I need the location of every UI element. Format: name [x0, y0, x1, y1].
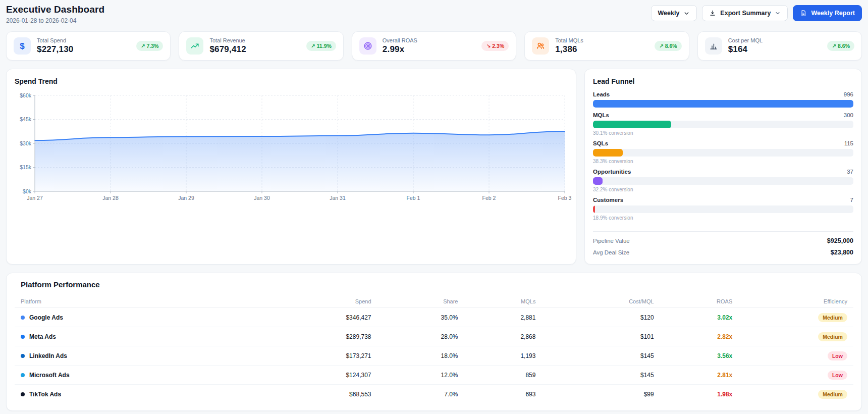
efficiency-badge: Medium [818, 390, 847, 399]
dollar-icon: $ [14, 37, 31, 55]
funnel-bar-track [593, 177, 853, 185]
kpi-value: $164 [728, 44, 763, 55]
funnel-bar-track [593, 149, 853, 157]
weekly-report-label: Weekly Report [811, 10, 855, 17]
svg-text:Feb 3: Feb 3 [558, 195, 572, 201]
target-icon [359, 37, 376, 55]
funnel-stage: MQLs 300 30.1% conversion [593, 112, 853, 136]
page-header: Executive Dashboard 2026-01-28 to 2026-0… [6, 4, 862, 24]
spend-trend-card: Spend Trend $0k$15k$30k$45k$60kJan 27Jan… [6, 69, 576, 265]
funnel-conversion-label: 38.3% conversion [593, 159, 853, 164]
weekly-report-button[interactable]: Weekly Report [793, 5, 862, 21]
kpi-delta-value: 2.3% [492, 43, 504, 49]
funnel-stage-value: 996 [844, 91, 853, 97]
cost-per-mql-cell: $145 [535, 352, 654, 359]
date-range: 2026-01-28 to 2026-02-04 [6, 17, 104, 24]
share-cell: 7.0% [371, 391, 458, 398]
trend-arrow-icon: ↗ [659, 43, 664, 49]
funnel-stage-value: 37 [847, 169, 853, 175]
roas-cell: 2.82x [654, 333, 733, 340]
funnel-stage-label: MQLs [593, 112, 609, 118]
funnel-stage: Customers 7 18.9% conversion [593, 197, 853, 221]
funnel-bar-track [593, 100, 853, 108]
platform-dot-icon [21, 335, 25, 339]
table-row: Google Ads $346,427 35.0% 2,881 $120 3.0… [15, 308, 853, 327]
header-titles: Executive Dashboard 2026-01-28 to 2026-0… [6, 4, 104, 24]
mqls-cell: 2,881 [458, 314, 535, 321]
kpi-label: Overall ROAS [383, 37, 417, 43]
column-header: Efficiency [732, 298, 847, 304]
roas-cell: 3.56x [654, 352, 733, 359]
funnel-stage-value: 300 [844, 112, 853, 118]
roas-cell: 2.81x [654, 372, 733, 379]
kpi-row: $ Total Spend $227,130 ↗ 7.3% Total Reve… [6, 31, 862, 61]
kpi-label: Total Spend [37, 37, 74, 43]
mqls-cell: 693 [458, 391, 535, 398]
column-header: Share [371, 298, 458, 304]
table-body: Google Ads $346,427 35.0% 2,881 $120 3.0… [15, 308, 853, 404]
kpi-delta-badge: ↗ 8.6% [655, 41, 682, 51]
dashboard-page: Executive Dashboard 2026-01-28 to 2026-0… [0, 0, 868, 414]
platform-name: LinkedIn Ads [29, 352, 67, 359]
column-header: Cost/MQL [535, 298, 654, 304]
trend-arrow-icon: ↘ [486, 43, 491, 49]
svg-text:$30k: $30k [20, 140, 32, 146]
column-header: MQLs [458, 298, 535, 304]
column-header: Spend [231, 298, 371, 304]
period-select[interactable]: Weekly [651, 5, 697, 21]
header-actions: Weekly Export Summary Weekly Report [651, 5, 862, 21]
svg-text:$45k: $45k [20, 116, 32, 122]
svg-text:$15k: $15k [20, 164, 32, 170]
trend-arrow-icon: ↗ [832, 43, 836, 49]
kpi-card: Overall ROAS 2.99x ↘ 2.3% [352, 31, 516, 61]
kpi-card: Total MQLs 1,386 ↗ 8.6% [524, 31, 689, 61]
svg-text:$0k: $0k [23, 188, 32, 194]
kpi-delta-badge: ↗ 7.3% [136, 41, 164, 51]
svg-text:Feb 2: Feb 2 [482, 195, 496, 201]
platform-dot-icon [21, 373, 25, 377]
page-title: Executive Dashboard [6, 4, 104, 15]
mqls-cell: 2,868 [458, 333, 535, 340]
table-row: Microsoft Ads $124,307 12.0% 859 $145 2.… [15, 366, 853, 385]
main-row: Spend Trend $0k$15k$30k$45k$60kJan 27Jan… [6, 69, 862, 265]
column-header: ROAS [654, 298, 733, 304]
roas-cell: 1.98x [654, 391, 733, 398]
mqls-cell: 859 [458, 372, 535, 379]
funnel-bar-fill [593, 177, 603, 185]
funnel-stage-value: 115 [844, 140, 853, 146]
mqls-cell: 1,193 [458, 352, 535, 359]
kpi-label: Cost per MQL [728, 37, 763, 43]
funnel-stage: SQLs 115 38.3% conversion [593, 140, 853, 164]
funnel-bar-fill [593, 100, 853, 108]
spend-trend-chart: $0k$15k$30k$45k$60kJan 27Jan 28Jan 29Jan… [15, 90, 568, 205]
export-summary-button[interactable]: Export Summary [702, 5, 788, 21]
funnel-stage-label: Opportunities [593, 169, 631, 175]
funnel-stage: Opportunities 37 32.2% conversion [593, 169, 853, 192]
spend-cell: $68,553 [231, 391, 371, 398]
funnel-stat-row: Avg Deal Size $23,800 [593, 249, 853, 256]
funnel-stat-value: $925,000 [827, 237, 853, 244]
share-cell: 18.0% [371, 352, 458, 359]
export-summary-label: Export Summary [720, 10, 771, 17]
funnel-stat-row: Pipeline Value $925,000 [593, 237, 853, 244]
kpi-delta-value: 8.6% [665, 43, 677, 49]
funnel-bar-fill [593, 149, 623, 157]
document-icon [800, 10, 807, 17]
platform-dot-icon [21, 316, 25, 320]
kpi-value: 2.99x [383, 44, 417, 55]
platform-name: TikTok Ads [29, 391, 61, 398]
funnel-stage-label: SQLs [593, 140, 608, 146]
funnel-bar-track [593, 121, 853, 128]
kpi-card: Cost per MQL $164 ↗ 8.6% [697, 31, 862, 61]
kpi-delta-value: 11.9% [317, 43, 332, 49]
users-icon [532, 37, 549, 55]
kpi-label: Total Revenue [209, 37, 246, 43]
table-row: LinkedIn Ads $173,271 18.0% 1,193 $145 3… [15, 346, 853, 366]
cost-per-mql-cell: $101 [535, 333, 654, 340]
lead-funnel-title: Lead Funnel [593, 77, 853, 85]
funnel-stage-label: Leads [593, 91, 610, 97]
svg-text:$60k: $60k [20, 92, 32, 98]
spend-cell: $346,427 [231, 314, 371, 321]
kpi-delta-badge: ↗ 8.6% [827, 41, 854, 51]
kpi-value: 1,386 [555, 44, 583, 55]
